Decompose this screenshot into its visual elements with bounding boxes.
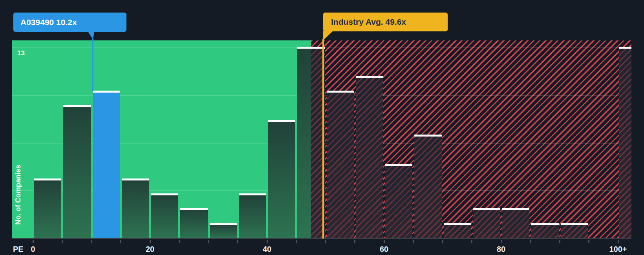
x-axis-tick [501,240,502,243]
histogram-bar[interactable] [502,208,530,239]
x-axis-tick-label: 80 [497,245,505,254]
x-axis-tick [150,240,151,243]
x-axis-tick [588,240,589,243]
histogram-bar[interactable] [151,193,179,239]
x-axis-tick [530,240,531,243]
histogram-bar[interactable] [414,135,442,239]
histogram-bar[interactable] [444,223,471,239]
histogram-bar[interactable] [561,223,588,239]
industry-avg-callout-pointer [323,31,333,40]
x-axis-tick [208,240,209,243]
histogram-bar[interactable] [210,223,237,239]
histogram-bar[interactable] [239,193,266,239]
x-axis-tick [179,240,180,243]
histogram-bar[interactable] [531,223,559,239]
histogram-bar[interactable] [34,178,62,239]
y-axis-title: No. of Companies [14,158,22,231]
x-axis-tick [33,240,34,243]
pe-histogram-chart: A039490 10.2x Industry Avg. 49.6x PE 13 … [0,0,644,255]
industry-avg-marker-line [322,39,324,239]
company-callout-label: A039490 10.2x [20,18,77,27]
x-axis-line [12,238,631,239]
x-axis-tick [559,240,560,243]
x-axis-tick [354,240,355,243]
x-axis-tick [91,240,92,243]
x-axis-tick-label: 20 [146,245,154,254]
histogram-bar[interactable] [63,105,91,239]
x-axis-tick [120,240,121,243]
histogram-bar[interactable] [385,164,413,239]
histogram-bar[interactable] [297,47,311,239]
histogram-bar[interactable] [356,76,383,239]
histogram-bar[interactable] [327,91,354,239]
x-axis-tick [296,240,297,243]
plot-area [12,40,631,239]
x-axis-tick [267,240,268,243]
company-callout-pointer [88,31,94,40]
x-axis-tick [413,240,414,243]
histogram-bar[interactable] [180,208,208,239]
x-axis-tick [237,240,238,243]
company-marker-line [92,39,93,91]
industry-avg-callout-label: Industry Avg. 49.6x [331,17,406,27]
histogram-bar[interactable] [473,208,500,239]
histogram-bar[interactable] [268,120,296,239]
histogram-bar[interactable] [122,178,149,239]
x-axis-tick-label: 60 [380,245,388,254]
company-callout[interactable]: A039490 10.2x [13,13,126,32]
x-axis-title: PE [13,245,24,254]
x-axis-tick [618,240,619,243]
x-axis-tick [471,240,472,243]
x-axis-tick [384,240,385,243]
industry-avg-callout[interactable]: Industry Avg. 49.6x [323,13,448,31]
x-axis-tick-label: 40 [263,245,271,254]
x-axis-tick [442,240,443,243]
x-axis-tick [325,240,326,243]
x-axis-tick-label: 100+ [609,245,627,254]
histogram-bar[interactable] [93,91,120,239]
histogram-bar[interactable] [619,47,632,239]
x-axis-tick-label: 0 [31,245,35,254]
x-axis-tick [62,240,63,243]
y-axis-max-label: 13 [17,49,25,57]
